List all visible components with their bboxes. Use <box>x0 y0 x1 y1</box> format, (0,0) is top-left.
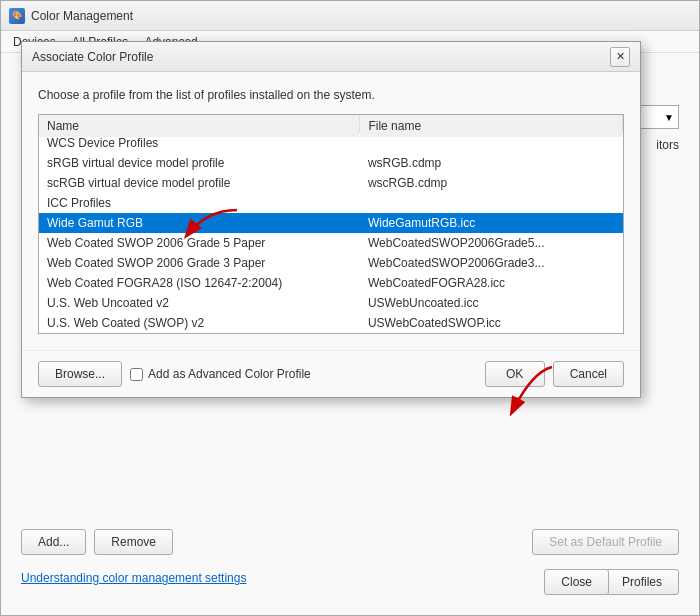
profile-name-cell: U.S. Web Uncoated v2 <box>39 293 360 313</box>
dialog-title: Associate Color Profile <box>32 50 610 64</box>
advanced-color-checkbox-label[interactable]: Add as Advanced Color Profile <box>130 367 311 381</box>
profile-name-cell: Web Coated SWOP 2006 Grade 3 Paper <box>39 253 360 273</box>
dialog-footer: Browse... Add as Advanced Color Profile … <box>22 350 640 397</box>
profile-filename-cell: WebCoatedSWOP2006Grade3... <box>360 253 623 273</box>
app-icon: 🎨 <box>9 8 25 24</box>
profile-name-cell: scRGB virtual device model profile <box>39 173 360 193</box>
profile-filename-cell: USWebCoatedSWOP.icc <box>360 313 623 333</box>
profile-table: Name File name WCS Device ProfilessRGB v… <box>39 114 623 333</box>
advanced-color-label: Add as Advanced Color Profile <box>148 367 311 381</box>
profile-filename-cell: wsRGB.cdmp <box>360 153 623 173</box>
profile-list-body: WCS Device ProfilessRGB virtual device m… <box>39 133 623 334</box>
profile-filename-cell: WebCoatedFOGRA28.icc <box>360 273 623 293</box>
profile-filename-cell: WebCoatedSWOP2006Grade5... <box>360 233 623 253</box>
profile-name-cell: Web Coated FOGRA28 (ISO 12647-2:2004) <box>39 273 360 293</box>
set-default-button[interactable]: Set as Default Profile <box>532 529 679 555</box>
table-row[interactable]: sRGB virtual device model profilewsRGB.c… <box>39 153 623 173</box>
table-row[interactable]: Wide Gamut RGBWideGamutRGB.icc <box>39 213 623 233</box>
col-filename: File name <box>360 115 623 138</box>
cancel-button[interactable]: Cancel <box>553 361 624 387</box>
dialog-body: Choose a profile from the list of profil… <box>22 72 640 350</box>
main-bottom-buttons: Add... Remove Set as Default Profile <box>21 529 679 555</box>
advanced-color-checkbox[interactable] <box>130 368 143 381</box>
profiles-button[interactable]: Profiles <box>605 569 679 595</box>
table-row[interactable]: ICC Profiles <box>39 193 623 213</box>
dialog-titlebar: Associate Color Profile ✕ <box>22 42 640 72</box>
profile-filename-cell: USWebUncoated.icc <box>360 293 623 313</box>
table-header-row: Name File name <box>39 115 623 138</box>
close-main-button[interactable]: Close <box>544 569 609 595</box>
profile-filename-cell: wscRGB.cdmp <box>360 173 623 193</box>
browse-button[interactable]: Browse... <box>38 361 122 387</box>
dialog-close-button[interactable]: ✕ <box>610 47 630 67</box>
profile-name-cell: ICC Profiles <box>39 193 360 213</box>
profile-name-cell: Web Coated SWOP 2006 Grade 5 Paper <box>39 233 360 253</box>
profile-list-container[interactable]: Name File name WCS Device ProfilessRGB v… <box>38 114 624 334</box>
ok-button[interactable]: OK <box>485 361 545 387</box>
profile-name-cell: U.S. Web Coated (SWOP) v2 <box>39 313 360 333</box>
profile-filename-cell: WideGamutRGB.icc <box>360 213 623 233</box>
associate-color-profile-dialog: Associate Color Profile ✕ Choose a profi… <box>21 41 641 398</box>
profile-name-cell: sRGB virtual device model profile <box>39 153 360 173</box>
table-row[interactable]: Web Coated SWOP 2006 Grade 5 PaperWebCoa… <box>39 233 623 253</box>
table-row[interactable]: Web Coated FOGRA28 (ISO 12647-2:2004)Web… <box>39 273 623 293</box>
chevron-down-icon: ▼ <box>664 112 674 123</box>
col-name: Name <box>39 115 360 138</box>
dialog-description: Choose a profile from the list of profil… <box>38 88 624 102</box>
main-window-title: Color Management <box>31 9 691 23</box>
profile-filename-cell <box>360 193 623 213</box>
remove-button[interactable]: Remove <box>94 529 173 555</box>
add-button[interactable]: Add... <box>21 529 86 555</box>
table-row[interactable]: scRGB virtual device model profilewscRGB… <box>39 173 623 193</box>
monitors-label: itors <box>656 138 679 152</box>
table-row[interactable]: Web Coated SWOP 2006 Grade 3 PaperWebCoa… <box>39 253 623 273</box>
understanding-link[interactable]: Understanding color management settings <box>21 571 246 585</box>
profile-name-cell: Wide Gamut RGB <box>39 213 360 233</box>
table-row[interactable]: U.S. Web Uncoated v2USWebUncoated.icc <box>39 293 623 313</box>
main-titlebar: 🎨 Color Management <box>1 1 699 31</box>
main-window: 🎨 Color Management Devices All Profiles … <box>0 0 700 616</box>
table-row[interactable]: U.S. Web Coated (SWOP) v2USWebCoatedSWOP… <box>39 313 623 333</box>
